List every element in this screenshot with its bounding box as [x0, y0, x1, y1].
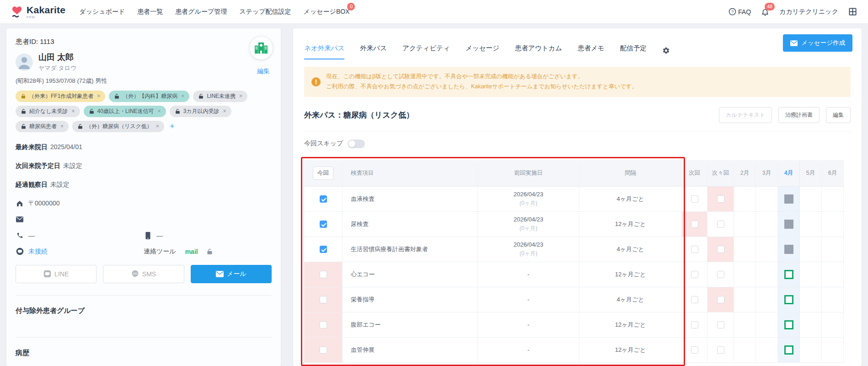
- next-checkbox[interactable]: [691, 246, 698, 253]
- tag-remove-icon[interactable]: ×: [223, 108, 226, 114]
- next-checkbox[interactable]: [691, 271, 698, 278]
- next-checkbox[interactable]: [691, 296, 698, 303]
- next-next-checkbox[interactable]: [717, 221, 724, 228]
- tab-4[interactable]: 患者アウトカム: [515, 44, 562, 59]
- svg-text:SMS: SMS: [133, 273, 137, 275]
- excluded-groups-heading: 付与除外患者グループ: [16, 307, 272, 315]
- action-button-1[interactable]: 治療計画書: [778, 107, 820, 123]
- cell-month-6月: [822, 237, 844, 262]
- cell-interval: 4ヶ月ごと: [579, 237, 682, 262]
- add-tag-button[interactable]: +: [168, 122, 177, 131]
- next-checkbox[interactable]: [691, 221, 698, 228]
- patient-tag[interactable]: 紹介なし未受診×: [16, 106, 80, 117]
- faq-button[interactable]: ? FAQ: [729, 8, 751, 16]
- cell-interval: 12ヶ月ごと: [579, 262, 682, 287]
- today-checkbox[interactable]: [320, 195, 327, 203]
- patient-name: 山田 太郎: [38, 53, 76, 63]
- col-header-today: 今回: [304, 160, 343, 187]
- tab-6[interactable]: 配信予定: [620, 44, 647, 59]
- next-next-checkbox[interactable]: [717, 195, 724, 203]
- tag-label: （外）【内科】糖尿病: [123, 93, 177, 99]
- cell-month-3月: [756, 237, 778, 262]
- apps-grid-icon[interactable]: [848, 7, 857, 16]
- today-checkbox[interactable]: [320, 346, 327, 354]
- topbar-right: ? FAQ 48 カカリテクリニック: [729, 7, 857, 16]
- cell-month-3月: [756, 187, 778, 212]
- today-column-button[interactable]: 今回: [313, 167, 333, 180]
- line-icon: [43, 270, 51, 278]
- nav-item-3[interactable]: ステップ配信設定: [239, 8, 291, 16]
- patient-tag[interactable]: 糖尿病患者×: [16, 121, 69, 132]
- notification-count-badge: 48: [765, 3, 775, 11]
- tab-0[interactable]: ネオ外来パス: [304, 44, 344, 59]
- tag-label: （外）糖尿病（リスク低）: [86, 124, 152, 129]
- next-next-checkbox[interactable]: [717, 271, 724, 278]
- pathway-actions: カルテテキスト治療計画書編集: [719, 107, 851, 123]
- nav-item-4[interactable]: メッセージBOX0: [304, 8, 350, 16]
- tab-1[interactable]: 外来パス: [360, 44, 387, 59]
- cell-month-2月: [734, 187, 756, 212]
- line-send-button[interactable]: LINE: [16, 265, 96, 283]
- notifications-button[interactable]: 48: [761, 7, 769, 16]
- nav-item-2[interactable]: 患者グループ管理: [175, 8, 227, 16]
- cell-month-6月: [822, 338, 844, 363]
- cell-next: [682, 187, 707, 212]
- cell-today: [304, 338, 343, 363]
- patient-edit-link[interactable]: 編集: [257, 67, 270, 75]
- pathway-table: 今回検査項目前回実施日間隔次回次々回2月3月4月5月6月 血液検査2026/04…: [304, 160, 851, 363]
- next-next-checkbox[interactable]: [717, 246, 724, 253]
- tag-remove-icon[interactable]: ×: [97, 93, 100, 99]
- messagebox-badge: 0: [347, 3, 355, 11]
- divider: [304, 131, 851, 132]
- patient-tag[interactable]: （外来）FF1作成対象患者×: [16, 91, 105, 102]
- next-checkbox[interactable]: [691, 321, 698, 328]
- tag-remove-icon[interactable]: ×: [156, 124, 159, 129]
- account-name[interactable]: カカリテクリニック: [779, 8, 838, 16]
- tag-remove-icon[interactable]: ×: [72, 108, 75, 114]
- nav-item-0[interactable]: ダッシュボード: [79, 8, 125, 16]
- tab-settings-gear-icon[interactable]: [662, 47, 670, 59]
- col-header-month-4月: 4月: [778, 160, 800, 187]
- patient-birth-line: (昭和28年) 1953/07/08 (72歳) 男性: [16, 77, 272, 85]
- next-next-checkbox[interactable]: [717, 346, 724, 354]
- patient-tag[interactable]: （外）【内科】糖尿病×: [109, 91, 189, 102]
- mail-send-button[interactable]: メール: [191, 265, 272, 283]
- patient-tag[interactable]: 40歳以上・LINE送信可×: [84, 106, 166, 117]
- today-checkbox[interactable]: [320, 271, 327, 278]
- line-status-link[interactable]: 未接続: [28, 248, 48, 256]
- tag-remove-icon[interactable]: ×: [158, 108, 161, 114]
- cell-next-next: [707, 287, 734, 312]
- tab-5[interactable]: 患者メモ: [578, 44, 605, 59]
- today-checkbox[interactable]: [320, 321, 327, 328]
- today-checkbox[interactable]: [320, 221, 327, 228]
- phone-icon: [16, 232, 24, 239]
- tab-2[interactable]: アクティビティ: [402, 44, 450, 59]
- today-checkbox[interactable]: [320, 296, 327, 303]
- cell-month-2月: [734, 262, 756, 287]
- nav-item-1[interactable]: 患者一覧: [137, 8, 163, 16]
- brand-logo[interactable]: Kakarite PRM: [11, 5, 65, 19]
- tag-remove-icon[interactable]: ×: [239, 93, 242, 99]
- skip-toggle[interactable]: [348, 140, 365, 148]
- cell-next: [682, 262, 707, 287]
- patient-tag[interactable]: LINE未連携×: [193, 91, 247, 102]
- patient-tag[interactable]: （外）糖尿病（リスク低）×: [72, 121, 164, 132]
- brand-name: Kakarite: [27, 5, 65, 15]
- tag-remove-icon[interactable]: ×: [60, 124, 64, 129]
- table-row: 血液検査2026/04/23(0ヶ月)4ヶ月ごと: [304, 187, 851, 212]
- next-next-checkbox[interactable]: [717, 321, 724, 328]
- tag-remove-icon[interactable]: ×: [181, 93, 184, 99]
- next-checkbox[interactable]: [691, 346, 698, 354]
- tab-3[interactable]: メッセージ: [466, 44, 499, 59]
- action-button-0[interactable]: カルテテキスト: [719, 107, 772, 123]
- col-header-interval: 間隔: [579, 160, 682, 187]
- next-checkbox[interactable]: [691, 195, 698, 203]
- compose-message-button[interactable]: メッセージ作成: [783, 34, 852, 52]
- sms-send-button[interactable]: SMS SMS: [103, 265, 184, 283]
- patient-tag[interactable]: 3カ月以内受診×: [170, 106, 231, 117]
- action-button-2[interactable]: 編集: [826, 107, 851, 123]
- today-checkbox[interactable]: [320, 246, 327, 253]
- next-next-checkbox[interactable]: [717, 296, 724, 303]
- compose-message-label: メッセージ作成: [801, 39, 845, 47]
- cell-last-date: -: [478, 262, 579, 287]
